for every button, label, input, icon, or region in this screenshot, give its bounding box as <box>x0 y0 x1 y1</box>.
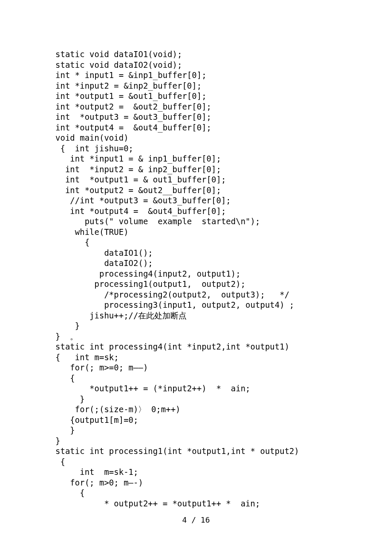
code-content: static void dataIO1(void); static void d… <box>55 49 299 508</box>
code-block: static void dataIO1(void); static void d… <box>0 0 392 509</box>
page-number: 4 / 16 <box>0 515 392 526</box>
